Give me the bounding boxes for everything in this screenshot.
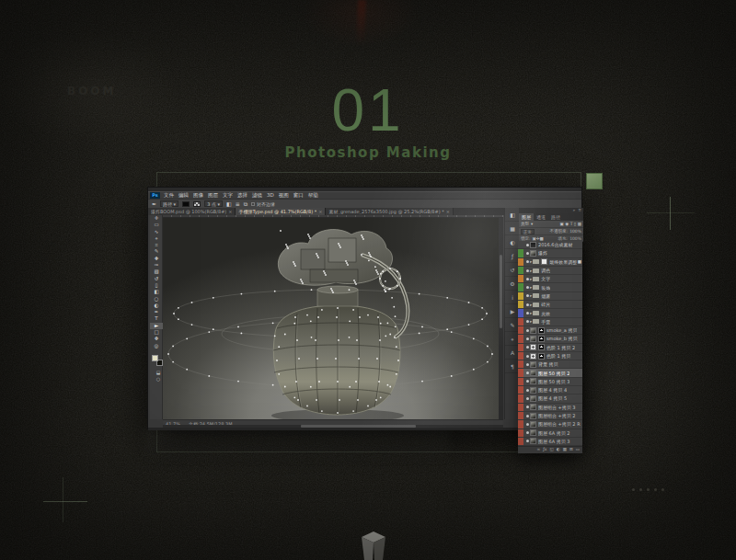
expand-triangle-icon[interactable]: ▸ [530, 259, 532, 264]
path-align-icon[interactable]: ≡ [236, 201, 240, 207]
panel-menu-icon[interactable]: ≡ [578, 208, 581, 213]
document-tab-0[interactable]: 爆炸BOOM.psd @ 100%(RGB/8#)× [148, 208, 236, 215]
adjustment-layer-icon[interactable]: ◐ [557, 448, 560, 452]
expand-triangle-icon[interactable]: ▸ [530, 269, 532, 273]
layer-row-5[interactable]: ▸装饰 [518, 283, 582, 291]
panel-tab-1[interactable]: 通道 [534, 213, 548, 221]
color-swatches[interactable] [152, 355, 163, 366]
new-layer-icon[interactable]: ⊞ [569, 448, 573, 452]
menu-item-3[interactable]: 图层 [208, 193, 218, 199]
layer-row-9[interactable]: ▸手雷 [518, 318, 582, 326]
layer-row-11[interactable]: smoke_b 拷贝 [518, 335, 582, 343]
pen-tool[interactable]: ✒ [150, 309, 163, 315]
layer-row-13[interactable]: 色阶 1 拷贝 [518, 352, 582, 360]
layer-row-8[interactable]: ▸光效 [518, 309, 582, 317]
layer-row-19[interactable]: 图层组合 +拷贝 3 [518, 404, 582, 412]
path-operations-icon[interactable]: ◧ [226, 201, 232, 207]
healing-brush-tool[interactable]: ✚ [150, 256, 163, 262]
menu-item-9[interactable]: 窗口 [293, 193, 304, 199]
swatches-panel-icon[interactable]: ▦ [505, 222, 520, 235]
menu-item-7[interactable]: 3D [267, 193, 274, 199]
fill-color-swatch[interactable] [182, 201, 190, 207]
menu-item-0[interactable]: 文件 [164, 193, 174, 199]
panel-tab-2[interactable]: 路径 [548, 213, 563, 221]
menu-item-6[interactable]: 滤镜 [252, 193, 262, 199]
lasso-tool[interactable]: ∿ [150, 229, 163, 235]
eraser-tool[interactable]: ▯ [150, 282, 163, 289]
move-tool[interactable]: ✛ [150, 215, 163, 222]
add-mask-icon[interactable]: ◱ [549, 448, 553, 452]
layer-row-7[interactable]: ▸碎片 [518, 301, 582, 309]
layer-group-icon[interactable]: ▦ [563, 448, 567, 452]
panel-tab-0[interactable]: 图层 [519, 213, 534, 221]
blend-mode-select[interactable]: 正常 [521, 229, 535, 234]
hand-tool[interactable]: ✥ [150, 336, 163, 342]
color-panel-icon[interactable]: ◧ [505, 208, 520, 222]
expand-triangle-icon[interactable]: ▸ [530, 285, 532, 290]
expand-triangle-icon[interactable]: ▸ [530, 311, 532, 315]
menu-item-4[interactable]: 文字 [223, 193, 233, 199]
document-tab-1[interactable]: 手榴弹Type.psd @ 41.7%(RGB/8) *× [236, 208, 326, 215]
gradient-tool[interactable]: ◧ [150, 289, 163, 295]
expand-triangle-icon[interactable]: ▸ [530, 293, 532, 298]
delete-layer-icon[interactable]: ▭ [576, 448, 580, 452]
link-layers-icon[interactable]: ∞ [536, 448, 540, 452]
close-tab-icon[interactable]: × [446, 210, 450, 214]
layer-row-0[interactable]: 2016.6合成素材 [518, 241, 582, 249]
menu-item-10[interactable]: 帮助 [308, 193, 318, 199]
tool-mode-select[interactable]: 路径 ▾ [160, 200, 178, 207]
layer-row-21[interactable]: 图层组合 +拷贝 2 R [518, 420, 582, 429]
collapse-panels-icon[interactable]: » [572, 208, 575, 213]
crop-tool[interactable]: ⌗ [150, 242, 163, 248]
layer-row-6[interactable]: ▸烟雾 [518, 292, 582, 301]
opacity-value[interactable]: 100% [569, 229, 581, 234]
fill-value[interactable]: 100% [569, 236, 581, 241]
layer-row-14[interactable]: 背景 拷贝 [518, 360, 582, 369]
type-tool[interactable]: T [150, 315, 163, 322]
layer-row-16[interactable]: 图层 50 拷贝 3 [518, 378, 582, 386]
menu-item-8[interactable]: 视图 [279, 193, 289, 199]
lock-icon-2[interactable]: ■ [540, 236, 544, 241]
shape-tool[interactable]: □ [150, 329, 163, 336]
menu-item-1[interactable]: 编辑 [178, 193, 189, 199]
vertical-scrollbar[interactable] [499, 218, 503, 419]
expand-triangle-icon[interactable]: ▸ [530, 277, 532, 281]
dropdown-arrow-icon[interactable]: ▾ [531, 222, 533, 226]
layer-row-15[interactable]: 图层 50 拷贝 2 [518, 369, 582, 377]
expand-triangle-icon[interactable]: ▸ [530, 303, 532, 307]
filter-icon-4[interactable]: ▦ [578, 222, 581, 226]
marquee-tool[interactable]: ▭ [150, 222, 163, 228]
layer-row-3[interactable]: ▸调色 [518, 267, 582, 275]
layer-row-2[interactable]: ▸最终效果调整■ [518, 258, 582, 267]
path-select-tool[interactable]: ► [150, 323, 163, 329]
dodge-tool[interactable]: ◐ [150, 303, 163, 309]
blur-tool[interactable]: ○ [150, 296, 163, 303]
layer-row-17[interactable]: 图层 4 拷贝 4 [518, 386, 582, 394]
layer-style-icon[interactable]: ƒx [543, 448, 546, 452]
stroke-color-swatch[interactable] [193, 201, 201, 207]
layer-row-10[interactable]: smoke_a 拷贝 [518, 326, 582, 335]
pen-tool-preset-icon[interactable]: ✒ [152, 201, 156, 207]
document-canvas[interactable] [163, 218, 503, 419]
close-tab-icon[interactable]: × [228, 210, 232, 214]
layer-row-23[interactable]: 图层 6A 拷贝 3 [518, 438, 582, 446]
menu-item-2[interactable]: 图像 [193, 193, 203, 199]
document-tab-2[interactable]: 素材_grenade_2576x3500.jpg @ 25.2%(RGB/8#)… [326, 208, 454, 215]
eyedropper-tool[interactable]: ✎ [150, 248, 163, 255]
expand-triangle-icon[interactable]: ▸ [530, 319, 532, 324]
layer-row-1[interactable]: 爆炸 [518, 249, 582, 257]
layer-row-20[interactable]: 图层组合 +拷贝 2 [518, 412, 582, 420]
close-tab-icon[interactable]: × [318, 210, 322, 214]
layer-row-22[interactable]: 图层 6A 拷贝 2 [518, 429, 582, 438]
layer-row-12[interactable]: 色阶 1 拷贝 2 [518, 344, 582, 352]
menu-item-5[interactable]: 选择 [237, 193, 247, 199]
stroke-width-select[interactable]: 3 点 ▾ [204, 200, 223, 207]
foreground-color-swatch[interactable] [152, 355, 158, 361]
path-arrange-icon[interactable]: ⧉ [244, 201, 247, 207]
layer-row-18[interactable]: 图层 4 拷贝 5 [518, 394, 582, 403]
filter-type-label[interactable]: 类型 [521, 222, 529, 226]
history-brush-tool[interactable]: ↺ [150, 276, 163, 282]
magic-wand-tool[interactable]: ⌖ [150, 235, 163, 242]
clone-stamp-tool[interactable]: ▨ [150, 269, 163, 275]
brush-tool[interactable]: ✑ [150, 262, 163, 269]
